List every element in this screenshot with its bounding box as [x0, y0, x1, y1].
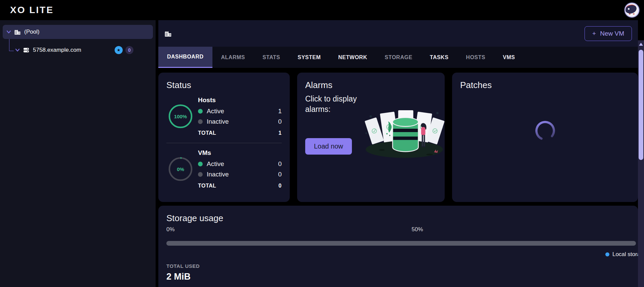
new-vm-button[interactable]: + New VM — [585, 26, 632, 41]
total-used-value: 2 MiB — [166, 272, 638, 282]
tab-alarms[interactable]: ALARMS — [212, 47, 254, 68]
vms-total-label: TOTAL — [198, 183, 279, 189]
alarms-card-title: Alarms — [305, 80, 437, 90]
tab-vms[interactable]: VMS — [494, 47, 524, 68]
avatar-mark — [633, 13, 635, 14]
sidebar-tree: (Pool) 5758.example.com ★ 0 — [0, 20, 156, 287]
avatar-pupil — [625, 3, 638, 14]
tab-stats[interactable]: STATS — [254, 47, 289, 68]
hosts-total-row: TOTAL 1 — [198, 130, 282, 136]
patches-card-title: Patches — [460, 80, 630, 90]
legend-label: Local storage — [612, 251, 638, 258]
top-bar: XO LITE — [0, 0, 644, 20]
hosts-active-value: 1 — [278, 108, 282, 115]
pool-building-icon — [14, 29, 21, 35]
hosts-active-label: Active — [207, 108, 274, 115]
user-avatar-icon[interactable] — [625, 3, 639, 17]
hosts-percent: 100% — [168, 104, 193, 129]
vms-total-row: TOTAL 0 — [198, 183, 282, 189]
tab-network[interactable]: NETWORK — [329, 47, 376, 68]
vertical-scrollbar[interactable] — [638, 40, 644, 287]
host-badges: ★ 0 — [115, 46, 133, 54]
avatar-glint — [628, 8, 630, 10]
alarms-illustration — [362, 98, 445, 162]
tab-bar: DASHBOARD ALARMS STATS SYSTEM NETWORK ST… — [158, 47, 638, 68]
scroll-up-arrow-icon[interactable] — [639, 43, 643, 46]
hosts-inactive-value: 0 — [278, 118, 282, 125]
vms-active-label: Active — [207, 160, 274, 168]
alarms-message: Click to display alarms: — [305, 94, 362, 115]
host-label: 5758.example.com — [33, 47, 115, 53]
storage-title: Storage usage — [166, 213, 638, 223]
vms-progress-ring: 0% — [168, 156, 193, 182]
vms-inactive-label: Inactive — [207, 171, 274, 178]
scale-mid-label: 50% — [412, 226, 423, 233]
legend-dot-icon — [605, 252, 609, 256]
sidebar-item-host[interactable]: 5758.example.com ★ 0 — [3, 43, 153, 57]
loading-spinner-icon — [534, 120, 556, 141]
pool-label: (Pool) — [24, 29, 150, 35]
vms-section-title: VMs — [198, 149, 282, 157]
scale-start-label: 0% — [166, 226, 175, 233]
active-dot-icon — [198, 109, 203, 114]
inactive-dot-icon — [198, 172, 203, 177]
star-badge-icon: ★ — [115, 46, 123, 54]
vms-status-section: 0% VMs Active 0 Inactive — [166, 149, 282, 189]
hosts-progress-ring: 100% — [168, 104, 193, 129]
xo-lite-app: XO LITE — [0, 0, 644, 287]
vms-active-row: Active 0 — [198, 159, 282, 169]
status-divider — [166, 143, 282, 143]
new-vm-label: New VM — [600, 30, 624, 37]
hosts-total-value: 1 — [279, 130, 282, 136]
active-dot-icon — [198, 162, 203, 166]
vms-inactive-row: Inactive 0 — [198, 169, 282, 179]
hosts-status-section: 100% Hosts Active 1 Inactive — [166, 96, 282, 136]
storage-scale: 0% 50% — [166, 226, 638, 235]
tab-hosts[interactable]: HOSTS — [457, 47, 494, 68]
tab-system[interactable]: SYSTEM — [289, 47, 330, 68]
sidebar-item-pool[interactable]: (Pool) — [3, 25, 153, 39]
tab-dashboard[interactable]: DASHBOARD — [158, 47, 212, 68]
chevron-down-icon[interactable] — [6, 29, 11, 35]
avatar-mark — [629, 13, 631, 14]
hosts-active-row: Active 1 — [198, 106, 282, 116]
plus-icon: + — [592, 30, 596, 37]
vms-active-value: 0 — [278, 160, 282, 168]
host-count-badge: 0 — [125, 46, 133, 54]
app-logo: XO LITE — [10, 5, 54, 15]
vms-total-value: 0 — [279, 183, 282, 189]
main-area: + New VM DASHBOARD ALARMS STATS SYSTEM N… — [156, 20, 644, 287]
hosts-section-title: Hosts — [198, 96, 282, 104]
hosts-total-label: TOTAL — [198, 130, 279, 136]
status-card: Status 100% Hosts Active — [158, 73, 290, 202]
status-card-title: Status — [166, 80, 282, 90]
host-server-icon — [23, 47, 30, 53]
vms-inactive-value: 0 — [278, 171, 282, 178]
storage-usage-card: Storage usage 0% 50% Local storage TOTAL… — [158, 206, 638, 287]
vms-percent: 0% — [168, 156, 193, 182]
total-used-label: TOTAL USED — [166, 263, 638, 269]
tab-tasks[interactable]: TASKS — [421, 47, 457, 68]
hosts-inactive-row: Inactive 0 — [198, 116, 282, 127]
scrollbar-thumb[interactable] — [639, 50, 643, 160]
load-now-button[interactable]: Load now — [305, 138, 352, 155]
inactive-dot-icon — [198, 119, 203, 124]
pool-building-icon — [164, 30, 172, 37]
alarms-card: Alarms Click to display alarms: Load now — [297, 73, 445, 202]
chevron-down-icon[interactable] — [15, 47, 20, 53]
tab-storage[interactable]: STORAGE — [376, 47, 421, 68]
patches-card: Patches — [452, 73, 638, 202]
storage-legend: Local storage — [166, 251, 638, 258]
hosts-inactive-label: Inactive — [207, 118, 274, 125]
storage-progress-bar — [166, 241, 636, 246]
content-header: + New VM — [158, 20, 638, 47]
